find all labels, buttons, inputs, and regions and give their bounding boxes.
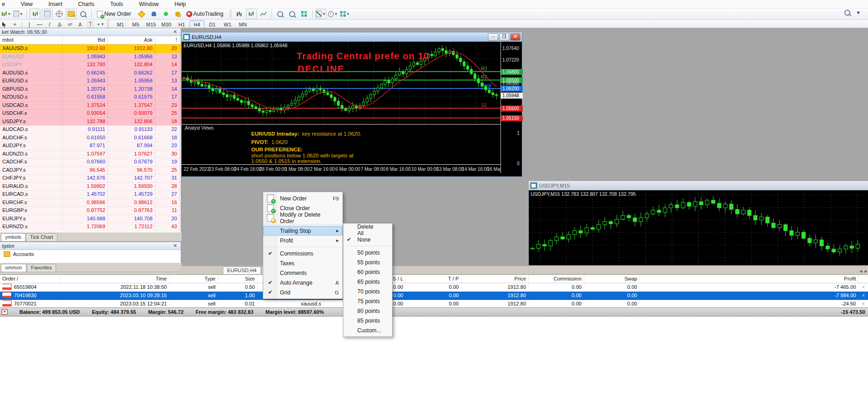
- signals-button[interactable]: [160, 9, 171, 19]
- market-watch-row-audnzd-s[interactable]: AUDNZD.s1.075971.0762730: [0, 150, 181, 158]
- menu-charts[interactable]: Charts: [78, 1, 95, 7]
- column-tp[interactable]: T / P: [405, 275, 461, 283]
- candlestick-chart-button[interactable]: [246, 9, 257, 19]
- timeframe-h4[interactable]: H4: [190, 20, 204, 29]
- market-watch-row-eurcad-s[interactable]: EURCAD.s1.457021.4572927: [0, 190, 181, 199]
- column-order[interactable]: Order /: [0, 275, 60, 283]
- market-watch-row-eurusd[interactable]: EURUSD1.059431.0595613: [0, 53, 181, 61]
- menu-item-55-points[interactable]: 55 points: [343, 257, 392, 267]
- search-icon[interactable]: [844, 10, 850, 16]
- menu-file-partial[interactable]: e: [2, 1, 5, 7]
- menu-item-auto-arrange[interactable]: ✔Auto ArrangeA: [263, 278, 342, 287]
- order-row-70419830[interactable]: 704198302023.03.10 09:28:15sell1.00xauus…: [0, 292, 868, 300]
- scroll-left-icon[interactable]: ◄: [859, 269, 863, 274]
- restore-button[interactable]: ❐: [499, 33, 509, 41]
- menu-item-modify-or-delete-order[interactable]: Modify or Delete Order: [263, 213, 342, 223]
- scroll-right-icon[interactable]: ►: [864, 269, 868, 274]
- market-watch-row-audchf-s[interactable]: AUDCHF.s0.616500.6166818: [0, 134, 181, 142]
- crosshair-tool-button[interactable]: +: [10, 20, 19, 29]
- vertical-line-button[interactable]: |: [25, 20, 34, 29]
- cursor-tool-button[interactable]: [0, 20, 9, 29]
- zoom-out-button[interactable]: [287, 9, 298, 19]
- close-button[interactable]: ✕: [510, 33, 520, 41]
- market-watch-row-gbpusd-s[interactable]: GBPUSD.s1.207241.2073814: [0, 85, 181, 94]
- usdjpy-candle-chart[interactable]: [529, 190, 868, 264]
- close-icon[interactable]: ✕: [171, 243, 179, 249]
- menu-item-60-points[interactable]: 60 points: [343, 267, 392, 277]
- timeframe-m15[interactable]: M15: [144, 20, 158, 29]
- menu-item-65-points[interactable]: 65 points: [343, 277, 392, 287]
- menu-item-75-points[interactable]: 75 points: [343, 296, 392, 306]
- timeframe-m5[interactable]: M5: [128, 20, 143, 29]
- metaeditor-button[interactable]: [136, 9, 147, 19]
- menu-help[interactable]: Help: [175, 1, 186, 7]
- column-type[interactable]: Type: [169, 275, 218, 283]
- menu-item-custom[interactable]: Custom...: [343, 325, 392, 335]
- tab-favorites[interactable]: Favorites: [27, 264, 56, 272]
- profiles-button[interactable]: ▼: [13, 9, 24, 19]
- tab-symbols[interactable]: ymbols: [1, 233, 25, 241]
- column-time[interactable]: Time: [60, 275, 169, 283]
- menu-item-none[interactable]: ✔None: [343, 235, 392, 244]
- market-watch-row-eurjpy-s[interactable]: EURJPY.s140.688140.70820: [0, 215, 181, 223]
- market-watch-row-xauusd-s[interactable]: XAUUSD.s1912.601912.8020: [0, 44, 181, 53]
- horizontal-line-button[interactable]: —: [35, 20, 44, 29]
- menu-item-grid[interactable]: ✔GridG: [263, 287, 342, 297]
- eurusd-window-titlebar[interactable]: EURUSD,H4 ─ ❐ ✕: [182, 32, 522, 42]
- column-swap[interactable]: Swap: [584, 275, 640, 283]
- market-watch-row-nzdusd-s[interactable]: NZDUSD.s0.615580.6157517: [0, 93, 181, 101]
- arrows-button[interactable]: ✦▼: [96, 20, 105, 29]
- text-label-button[interactable]: T: [86, 20, 95, 29]
- indicators-button[interactable]: ▼: [316, 9, 326, 19]
- expert-advisors-button[interactable]: [148, 9, 159, 19]
- order-row-65019804[interactable]: 650198042022.11.18 10:38:50sell0.50xauus…: [0, 283, 868, 292]
- close-icon[interactable]: ✕: [171, 29, 179, 35]
- toolbar-options-icon[interactable]: ▾: [857, 9, 860, 16]
- menu-item-delete-all[interactable]: Delete All: [343, 225, 392, 235]
- equidistant-channel-button[interactable]: ∥ₑ: [55, 20, 64, 29]
- market-watch-row-usdjpy-s[interactable]: USDJPY.s132.788132.80618: [0, 118, 181, 126]
- timeframe-m1[interactable]: M1: [113, 20, 128, 29]
- toolbar-drag-handle[interactable]: [107, 20, 109, 29]
- trendline-button[interactable]: /: [45, 20, 54, 29]
- column-bid[interactable]: Bid: [63, 36, 108, 44]
- bar-chart-button[interactable]: [234, 9, 245, 19]
- market-watch-row-usdcad-s[interactable]: USDCAD.s1.375241.3754723: [0, 101, 181, 110]
- close-order-icon[interactable]: ×: [858, 283, 868, 291]
- timeframe-w1[interactable]: W1: [220, 20, 235, 29]
- chart-profile-button[interactable]: ▼: [1, 9, 12, 19]
- eurusd-price-axis[interactable]: 1 0 1.076401.072201.068001.065001.063801…: [501, 42, 521, 173]
- market-watch-row-audcad-s[interactable]: AUDCAD.s0.911110.9113322: [0, 125, 181, 134]
- market-watch-row-eurnzd-s[interactable]: EURNZD.s1.720691.7211243: [0, 223, 181, 231]
- terminal-button[interactable]: [66, 9, 76, 19]
- column-price[interactable]: Price: [461, 275, 528, 283]
- data-window-button[interactable]: [42, 9, 52, 19]
- menu-item-profit[interactable]: Profit▸: [263, 236, 342, 245]
- timeframe-d1[interactable]: D1: [205, 20, 220, 29]
- menu-window[interactable]: Window: [139, 1, 159, 7]
- menu-item-taxes[interactable]: Taxes: [263, 258, 342, 268]
- menu-insert[interactable]: Insert: [48, 1, 62, 7]
- market-watch-row-audusd-s[interactable]: AUDUSD.s0.662450.6626217: [0, 69, 181, 77]
- market-watch-row-cadjpy-s[interactable]: CADJPY.s96.54596.57025: [0, 166, 181, 175]
- timeframe-m30[interactable]: M30: [159, 20, 174, 29]
- menu-item-commissions[interactable]: ✔Commissions: [263, 249, 342, 258]
- timeframe-mn[interactable]: MN: [235, 20, 250, 29]
- tab-tick-chart[interactable]: Tick Chart: [26, 233, 57, 241]
- menu-item-trailing-stop[interactable]: Trailing Stop▸: [263, 226, 342, 236]
- column-profit[interactable]: Profit: [640, 275, 858, 283]
- market-watch-row-usdchf-s[interactable]: USDCHF.s0.930540.9307925: [0, 109, 181, 118]
- column-size[interactable]: Size: [218, 275, 257, 283]
- menu-view[interactable]: View: [21, 1, 33, 7]
- column-commission[interactable]: Commission: [528, 275, 584, 283]
- toolbar-drag-handle[interactable]: [229, 10, 232, 18]
- close-order-icon[interactable]: ×: [858, 292, 868, 299]
- autotrading-button[interactable]: AutoTrading: [184, 9, 227, 19]
- market-watch-row-chfjpy-s[interactable]: CHFJPY.s142.676142.70731: [0, 174, 181, 182]
- close-order-icon[interactable]: ×: [858, 300, 868, 308]
- market-watch-row-audjpy-s[interactable]: AUDJPY.s87.97187.99423: [0, 142, 181, 150]
- menu-item-85-points[interactable]: 85 points: [343, 316, 392, 325]
- market-watch-row-eurgbp-s[interactable]: EURGBP.s0.877520.8776311: [0, 206, 181, 215]
- column-ask[interactable]: Ask: [108, 36, 155, 44]
- line-chart-button[interactable]: [258, 9, 269, 19]
